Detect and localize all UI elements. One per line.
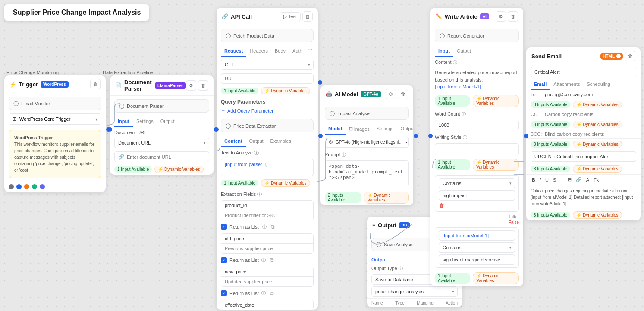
field3-copy-icon[interactable]: ⧉	[270, 290, 274, 296]
italic-btn[interactable]: I	[538, 177, 542, 183]
field-new-price-name[interactable]	[221, 267, 313, 277]
writing-style-input[interactable]	[435, 143, 519, 155]
email-body-text[interactable]: Critical price changes requiring immedia…	[526, 185, 641, 210]
email-to-input[interactable]	[545, 92, 636, 97]
content-tab-content[interactable]: Content	[221, 136, 246, 147]
field1-list-row: ✓ Return as List ⓘ ⧉	[217, 222, 318, 232]
api-tab-request[interactable]: Request	[221, 46, 246, 57]
api-method-select[interactable]: GET POST PUT DELETE	[221, 60, 314, 70]
email-delete-btn[interactable]: 🗑	[625, 51, 635, 61]
email-avail5: 3 Inputs Available	[531, 212, 570, 218]
section-label-pipeline: Data Extraction Pipeline	[103, 68, 153, 76]
field-old-price-placeholder[interactable]	[221, 244, 313, 253]
add-query-param-btn[interactable]: ＋ Add Query Parameter	[217, 106, 318, 116]
field2-copy-icon[interactable]: ⧉	[270, 257, 274, 263]
email-avail4: 3 Inputs Available	[531, 166, 570, 172]
email-bcc-input[interactable]	[545, 132, 636, 137]
api-tab-auth[interactable]: Auth	[289, 46, 306, 57]
write-filter-select2[interactable]: Contains	[439, 242, 515, 253]
trigger-expand-icon[interactable]: ▾	[95, 117, 97, 122]
field-old-price-name[interactable]	[221, 234, 313, 244]
doc-url-select[interactable]: Document URL	[114, 138, 209, 148]
ai-tab-model[interactable]: Model	[325, 123, 346, 135]
api-url-input[interactable]	[221, 73, 314, 84]
doc-url-input[interactable]	[127, 154, 205, 160]
output-sub-icon: ◯	[376, 242, 381, 247]
email-tab-email[interactable]: Email	[531, 79, 550, 90]
text-analyze-field[interactable]: [Input from parser-1]	[221, 159, 314, 176]
ai-model-panel: 🤖 AI Model GPT-4o ⚙ 🗑 ◯ Impact Analysis …	[320, 85, 413, 205]
api-dynamic2: ⚡ Dynamic Variables	[261, 179, 310, 187]
ai-model-select[interactable]: ⚙ GPT-4o (High-intelligence flagship mod…	[325, 137, 409, 148]
write-settings-btn[interactable]: ⚙	[496, 11, 506, 22]
api-tab-more[interactable]: ···	[306, 46, 314, 57]
rich-toolbar: B I U S ≡ ⊟ 🔗 A Tx	[526, 174, 641, 185]
api-test-btn[interactable]: ▷ Test	[280, 12, 301, 21]
email-status1: 3 Inputs Available ⚡ Dynamic Variables	[526, 99, 641, 110]
ai-tab-images[interactable]: ⊞ Images	[346, 123, 373, 135]
content-tab-examples[interactable]: Examples	[267, 136, 295, 147]
email-tab-attachments[interactable]: Attachments	[550, 79, 583, 90]
tab-input[interactable]: Input	[114, 116, 133, 127]
doc-parser-delete-btn[interactable]: 🗑	[198, 80, 208, 91]
filter-ref-row: [Input from aiModel-1]	[439, 230, 515, 242]
filter-ref-input[interactable]: [Input from aiModel-1]	[439, 230, 515, 241]
doc-parser-settings-btn[interactable]: ⚙	[186, 80, 196, 91]
field1-copy-icon[interactable]: ⧉	[271, 224, 275, 230]
write-filter-input1[interactable]	[439, 190, 515, 201]
field-product-id-name[interactable]	[221, 201, 313, 210]
word-count-input[interactable]	[435, 120, 519, 130]
ordered-list-btn[interactable]: ≡	[559, 177, 564, 183]
clear-format-btn[interactable]: Tx	[592, 177, 600, 183]
field-new-price-placeholder[interactable]	[221, 277, 313, 286]
doc-icon: ◯	[119, 103, 124, 109]
filter-add-icon[interactable]: 🗑	[439, 202, 444, 209]
field2-checkbox[interactable]: ✓	[221, 257, 227, 263]
content-tab-output[interactable]: Output	[246, 136, 267, 147]
api-delete-btn[interactable]: 🗑	[302, 11, 313, 22]
field3-checkbox[interactable]: ✓	[221, 290, 227, 296]
dynamic-icon: ⚡	[158, 167, 163, 172]
filter-false-label: False	[435, 220, 519, 225]
ai-delete-btn[interactable]: 🗑	[398, 89, 408, 99]
field-effective-date-name[interactable]	[221, 300, 313, 310]
email-tab-scheduling[interactable]: Scheduling	[584, 79, 614, 90]
field1-checkbox[interactable]: ✓	[221, 224, 227, 230]
write-tab-input[interactable]: Input	[435, 46, 453, 57]
bold-btn[interactable]: B	[531, 177, 537, 183]
email-cc-input[interactable]	[545, 112, 636, 117]
prompt-textarea[interactable]: <span data-bind="ai_model.prompt_text"><…	[325, 160, 409, 186]
extraction-label: Extraction Fields ⓘ	[217, 188, 318, 198]
ai-tab-output[interactable]: Output	[397, 123, 413, 135]
tab-output[interactable]: Output	[157, 116, 178, 127]
ai-tab-settings[interactable]: Settings	[373, 123, 397, 135]
underline-btn[interactable]: U	[544, 177, 550, 183]
api-tab-headers[interactable]: Headers	[246, 46, 271, 57]
write-icon: ✏️	[436, 13, 442, 19]
html-toggle[interactable]: HTML	[600, 53, 623, 60]
output-title: ≡ Output DB	[372, 222, 410, 229]
unordered-list-btn[interactable]: ⊟	[566, 176, 573, 183]
ai-settings-btn[interactable]: ⚙	[386, 89, 396, 99]
prompt-label: Prompt ⓘ	[320, 149, 413, 159]
text-color-btn[interactable]: A	[585, 177, 591, 183]
text-analyze-label: Text to Analyze ⓘ	[217, 147, 318, 157]
write-filter-input2[interactable]	[439, 254, 515, 265]
doc-available-badge: 1 Input Available	[114, 166, 152, 173]
write-filter-select1[interactable]: Contains	[439, 178, 515, 188]
email-subject-input[interactable]	[531, 67, 636, 77]
api-tab-body[interactable]: Body	[271, 46, 289, 57]
page-title: Supplier Price Change Impact Analysis	[13, 9, 141, 16]
link-btn[interactable]: 🔗	[575, 176, 583, 183]
email-subject2-input[interactable]	[531, 151, 636, 162]
price-extractor-sub: ◯ Price Data Extractor	[221, 119, 314, 132]
write-delete-btn[interactable]: 🗑	[508, 11, 518, 22]
strikethrough-btn[interactable]: S	[552, 177, 557, 183]
trigger-delete-btn[interactable]: 🗑	[90, 79, 101, 89]
email-tabs: Email Attachments Scheduling	[526, 79, 641, 90]
output-table-select[interactable]: price_change_analysis	[371, 286, 458, 297]
field-product-id-placeholder[interactable]	[221, 210, 313, 220]
doc-parser-icon: 📄	[115, 82, 122, 88]
write-tab-output[interactable]: Output	[453, 46, 474, 57]
tab-settings[interactable]: Settings	[133, 116, 157, 127]
